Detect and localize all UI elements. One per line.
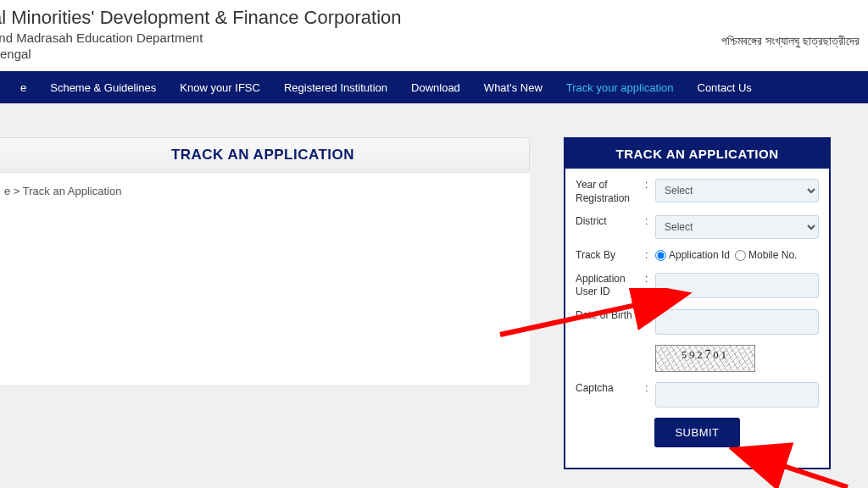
appid-input[interactable] — [655, 273, 819, 298]
state-line: Bengal — [0, 47, 868, 61]
district-label: District — [576, 215, 645, 229]
nav-download[interactable]: Download — [399, 81, 472, 94]
nav-institution[interactable]: Registered Institution — [272, 81, 399, 94]
nav-home[interactable]: e — [8, 81, 38, 94]
nav-track[interactable]: Track your application — [554, 81, 686, 94]
radio-appid-input[interactable] — [655, 250, 666, 261]
year-select[interactable]: Select — [655, 179, 819, 202]
content-area: TRACK AN APPLICATION e > Track an Applic… — [0, 103, 868, 469]
radio-appid[interactable]: Application Id — [655, 249, 730, 261]
track-form-panel: TRACK AN APPLICATION Year of Registratio… — [564, 137, 831, 469]
org-title: al Minorities' Development & Finance Cor… — [0, 7, 868, 29]
nav-ifsc[interactable]: Know your IFSC — [168, 81, 272, 94]
form-title: TRACK AN APPLICATION — [565, 139, 829, 169]
page-header: al Minorities' Development & Finance Cor… — [0, 0, 868, 71]
nav-contact[interactable]: Contact Us — [686, 81, 764, 94]
nav-whatsnew[interactable]: What's New — [472, 81, 554, 94]
district-select[interactable]: Select — [655, 215, 819, 239]
submit-button[interactable]: SUBMIT — [654, 418, 739, 447]
year-label: Year of Registration — [576, 179, 645, 205]
appid-label: Application User ID — [576, 273, 645, 299]
bengali-tagline: পশ্চিমবঙ্গের সংখ্যালঘু ছাত্রছাত্রীদের — [721, 34, 860, 48]
radio-mobile[interactable]: Mobile No. — [735, 249, 797, 261]
dob-input[interactable] — [655, 309, 819, 335]
main-nav: e Scheme & Guidelines Know your IFSC Reg… — [0, 71, 868, 103]
captcha-image: 592701 — [655, 345, 755, 372]
breadcrumb: e > Track an Application — [0, 173, 530, 385]
captcha-label: Captcha — [576, 382, 645, 396]
trackby-label: Track By — [576, 249, 645, 263]
captcha-input[interactable] — [655, 382, 819, 408]
nav-scheme[interactable]: Scheme & Guidelines — [38, 81, 168, 94]
left-panel-title: TRACK AN APPLICATION — [0, 137, 530, 173]
radio-mobile-input[interactable] — [735, 250, 746, 261]
left-panel: TRACK AN APPLICATION e > Track an Applic… — [0, 137, 530, 469]
dob-label: Date of Birth — [576, 309, 645, 323]
